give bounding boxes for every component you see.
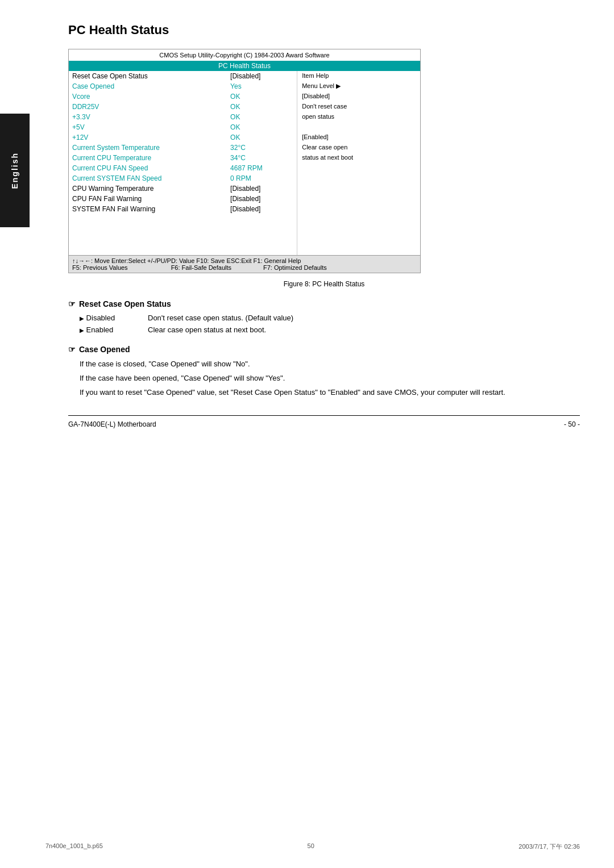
bios-row: CPU Warning Temperature[Disabled] bbox=[69, 183, 420, 194]
footer-model-line: GA-7N400E(-L) Motherboard - 50 - bbox=[68, 420, 580, 428]
footer-model-text: GA-7N400E(-L) Motherboard bbox=[68, 420, 156, 428]
bios-row-label: DDR25V bbox=[69, 102, 227, 112]
bios-row-label: Reset Case Open Status bbox=[69, 71, 227, 81]
bios-row: Current System Temperature32°CClear case… bbox=[69, 143, 420, 153]
bios-spacer-row bbox=[69, 224, 420, 235]
bios-row-value: [Disabled] bbox=[227, 71, 297, 81]
bios-row-value: 32°C bbox=[227, 143, 297, 153]
footer-timestamp: 2003/7/17, 下午 02:36 bbox=[518, 842, 580, 851]
bios-row: Case OpenedYesMenu Level ▶ bbox=[69, 81, 420, 91]
bios-row-help: Item Help bbox=[297, 71, 420, 81]
bios-row: Current CPU Temperature34°Cstatus at nex… bbox=[69, 153, 420, 163]
section-item-row: ▶ DisabledDon't reset case open status. … bbox=[80, 313, 293, 323]
bios-spacer-row bbox=[69, 235, 420, 245]
section-item-bullet: ▶ Disabled bbox=[80, 313, 148, 323]
bios-row-label: Current CPU FAN Speed bbox=[69, 163, 227, 173]
bios-screen: CMOS Setup Utility-Copyright (C) 1984-20… bbox=[68, 49, 421, 273]
figure-caption: Figure 8: PC Health Status bbox=[68, 280, 580, 288]
bios-row-value: OK bbox=[227, 91, 297, 102]
section-title-text: Reset Case Open Status bbox=[79, 299, 171, 308]
footer-optimized: F7: Optimized Defaults bbox=[263, 264, 327, 271]
section-title-text: Case Opened bbox=[79, 345, 130, 354]
footer-prev-values: F5: Previous Values bbox=[72, 264, 128, 271]
bios-row: +3.3VOKopen status bbox=[69, 112, 420, 122]
bios-copyright: CMOS Setup Utility-Copyright (C) 1984-20… bbox=[69, 49, 420, 61]
bios-row-help: Don't reset case bbox=[297, 102, 420, 112]
bios-row-label: +12V bbox=[69, 132, 227, 143]
bios-footer-row2: F5: Previous Values F6: Fail-Safe Defaul… bbox=[72, 264, 417, 271]
bios-row: DDR25VOKDon't reset case bbox=[69, 102, 420, 112]
footer-page-number: - 50 - bbox=[564, 420, 580, 428]
bios-row-help: [Enabled] bbox=[297, 132, 420, 143]
section-item-bullet: ▶ Enabled bbox=[80, 325, 148, 335]
bios-row-label: Case Opened bbox=[69, 81, 227, 91]
section-item-text: Clear case open status at next boot. bbox=[148, 325, 266, 335]
section-reset-case-open-status: ☞Reset Case Open Status▶ DisabledDon't r… bbox=[68, 299, 580, 335]
footer-failsafe: F6: Fail-Safe Defaults bbox=[171, 264, 231, 271]
bios-row: Current SYSTEM FAN Speed0 RPM bbox=[69, 173, 420, 183]
footer-page: 50 bbox=[308, 842, 314, 851]
bios-row-value: OK bbox=[227, 102, 297, 112]
bios-row: +5VOK bbox=[69, 122, 420, 132]
bios-footer-row1: ↑↓→←: Move Enter:Select +/-/PU/PD: Value… bbox=[72, 257, 417, 264]
section-case-opened: ☞Case OpenedIf the case is closed, "Case… bbox=[68, 345, 580, 398]
bios-row-value: Yes bbox=[227, 81, 297, 91]
bios-row-label: CPU FAN Fail Warning bbox=[69, 194, 227, 204]
section-title-reset-case-open-status: ☞Reset Case Open Status bbox=[68, 299, 580, 308]
section-item-text: Don't reset case open status. (Default v… bbox=[148, 313, 293, 323]
bios-row-label: Current System Temperature bbox=[69, 143, 227, 153]
section-paragraph: If the case have been opened, "Case Open… bbox=[80, 373, 580, 385]
bios-row-value: [Disabled] bbox=[227, 183, 297, 194]
footer-filename: 7n400e_1001_b.p65 bbox=[45, 842, 103, 851]
bios-row-help bbox=[297, 173, 420, 183]
section-item-table: ▶ DisabledDon't reset case open status. … bbox=[80, 313, 293, 323]
bios-row-value: [Disabled] bbox=[227, 204, 297, 214]
bios-row: Current CPU FAN Speed4687 RPM bbox=[69, 163, 420, 173]
bios-row-label: +3.3V bbox=[69, 112, 227, 122]
bios-row-help: [Disabled] bbox=[297, 91, 420, 102]
bios-row-value: OK bbox=[227, 122, 297, 132]
bios-row: CPU FAN Fail Warning[Disabled] bbox=[69, 194, 420, 204]
bios-screen-title: PC Health Status bbox=[69, 61, 420, 71]
bios-row-help bbox=[297, 163, 420, 173]
section-item: ▶ EnabledClear case open status at next … bbox=[80, 325, 580, 335]
bios-row-help bbox=[297, 204, 420, 214]
bios-spacer-row bbox=[69, 214, 420, 224]
bios-row-label: Current CPU Temperature bbox=[69, 153, 227, 163]
section-item-table: ▶ EnabledClear case open status at next … bbox=[80, 325, 266, 335]
bios-row-label: Current SYSTEM FAN Speed bbox=[69, 173, 227, 183]
section-paragraph: If the case is closed, "Case Opened" wil… bbox=[80, 358, 580, 370]
sidebar: English bbox=[0, 114, 30, 227]
bios-row-help bbox=[297, 194, 420, 204]
bios-row-value: 34°C bbox=[227, 153, 297, 163]
sections-container: ☞Reset Case Open Status▶ DisabledDon't r… bbox=[68, 299, 580, 398]
bios-row: +12VOK[Enabled] bbox=[69, 132, 420, 143]
section-item: ▶ DisabledDon't reset case open status. … bbox=[80, 313, 580, 323]
bios-row: Reset Case Open Status[Disabled]Item Hel… bbox=[69, 71, 420, 81]
section-item-row: ▶ EnabledClear case open status at next … bbox=[80, 325, 266, 335]
bios-row-value: [Disabled] bbox=[227, 194, 297, 204]
bios-row-help: Clear case open bbox=[297, 143, 420, 153]
page-title: PC Health Status bbox=[68, 23, 580, 37]
bios-row-value: OK bbox=[227, 112, 297, 122]
bios-footer: ↑↓→←: Move Enter:Select +/-/PU/PD: Value… bbox=[69, 255, 420, 273]
bottom-rule bbox=[68, 415, 580, 416]
section-paragraph: If you want to reset "Case Opened" value… bbox=[80, 387, 580, 399]
bios-row-help bbox=[297, 183, 420, 194]
bios-row-help bbox=[297, 122, 420, 132]
bios-row: SYSTEM FAN Fail Warning[Disabled] bbox=[69, 204, 420, 214]
bios-row-help: status at next boot bbox=[297, 153, 420, 163]
bios-row-label: CPU Warning Temperature bbox=[69, 183, 227, 194]
bios-row-value: 0 RPM bbox=[227, 173, 297, 183]
bios-row-label: +5V bbox=[69, 122, 227, 132]
bios-row: VcoreOK[Disabled] bbox=[69, 91, 420, 102]
bios-row-value: OK bbox=[227, 132, 297, 143]
section-icon: ☞ bbox=[68, 345, 76, 354]
main-content: PC Health Status CMOS Setup Utility-Copy… bbox=[45, 0, 614, 451]
bios-spacer-row bbox=[69, 245, 420, 255]
page-footer: 7n400e_1001_b.p65 50 2003/7/17, 下午 02:36 bbox=[45, 842, 580, 851]
bios-row-label: Vcore bbox=[69, 91, 227, 102]
bios-row-label: SYSTEM FAN Fail Warning bbox=[69, 204, 227, 214]
bios-row-value: 4687 RPM bbox=[227, 163, 297, 173]
bios-row-help: open status bbox=[297, 112, 420, 122]
